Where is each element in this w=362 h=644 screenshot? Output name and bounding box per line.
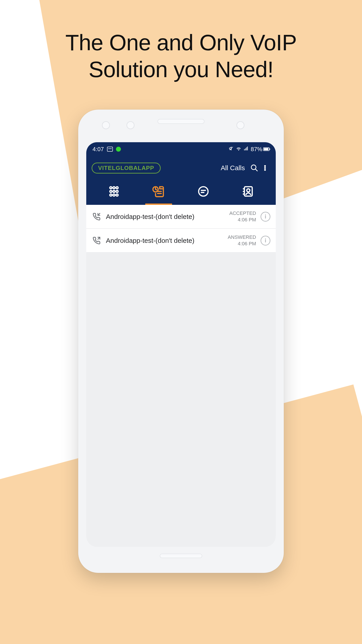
svg-point-6 [265,169,266,170]
call-status: ACCEPTED [229,210,256,217]
app-header: VITELGLOBALAPP All Calls [86,156,276,205]
svg-point-9 [116,187,118,189]
active-dot-icon [116,147,121,152]
svg-point-4 [265,166,266,166]
incoming-call-icon [92,213,101,221]
info-icon[interactable]: i [261,212,270,222]
app-name-chip[interactable]: VITELGLOBALAPP [92,162,161,174]
android-statusbar: 4:07 87% [86,142,276,156]
tab-contacts[interactable] [226,178,270,205]
svg-point-5 [265,168,266,168]
phone-sensor-dot [236,121,245,129]
marketing-headline: The One and Only VoIP Solution you Need! [0,0,362,83]
svg-point-12 [116,190,118,192]
svg-point-10 [110,190,112,192]
call-name: Androidapp-test-(don't delete) [106,213,225,220]
picture-icon [107,147,113,152]
svg-line-3 [255,169,257,171]
svg-point-14 [113,194,115,196]
tab-dialpad[interactable] [92,178,136,205]
overflow-menu-icon[interactable] [260,162,270,173]
svg-point-13 [110,194,112,196]
outgoing-call-icon [92,236,101,245]
svg-point-1 [238,150,239,150]
phone-sensors [86,118,276,142]
wifi-icon [236,146,241,152]
phone-bottom-speaker [86,547,276,565]
info-icon[interactable]: i [261,236,270,246]
call-status: ANSWERED [228,234,256,240]
statusbar-time: 4:07 [92,146,104,153]
call-row[interactable]: Androidapp-test-(don't delete) ACCEPTED … [86,205,276,229]
nav-tabs [92,178,270,205]
headline-line2: Solution you Need! [88,57,273,82]
call-time: 4:06 PM [229,217,256,223]
statusbar-battery: 87% [251,146,262,153]
call-filter-label[interactable]: All Calls [221,164,245,172]
svg-point-7 [110,187,112,189]
svg-point-8 [113,187,115,189]
svg-point-15 [116,194,118,196]
call-row[interactable]: Androidapp-test-(don't delete) ANSWERED … [86,229,276,253]
mute-icon [229,146,234,152]
svg-point-19 [199,187,208,196]
phone-screen: 4:07 87% [86,142,276,547]
tab-chat[interactable] [181,178,226,205]
call-name: Androidapp-test-(don't delete) [106,237,223,244]
search-icon[interactable] [249,162,260,173]
tab-history[interactable] [136,178,181,205]
phone-sensor-dot [102,121,110,129]
call-meta: ANSWERED 4:06 PM [228,234,256,247]
phone-sensor-dot [126,121,134,129]
call-list[interactable]: Androidapp-test-(don't delete) ACCEPTED … [86,205,276,547]
call-meta: ACCEPTED 4:06 PM [229,210,256,223]
headline-line1: The One and Only VoIP [65,30,297,55]
call-time: 4:06 PM [228,240,256,247]
phone-mockup: 4:07 87% [78,110,284,573]
phone-speaker [158,119,204,124]
svg-point-11 [113,190,115,192]
svg-point-23 [247,189,250,192]
signal-icon [244,146,249,152]
battery-icon [263,147,270,151]
